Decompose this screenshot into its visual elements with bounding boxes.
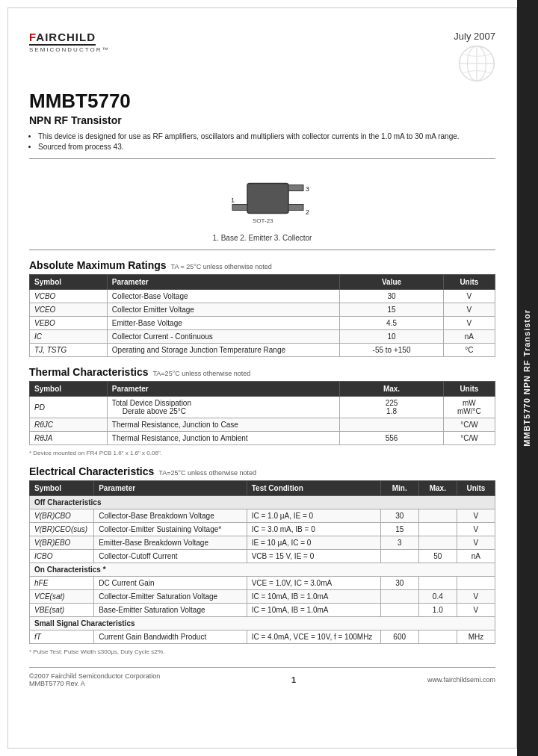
th-param-2: Parameter [107, 382, 340, 397]
cell-units: nA [457, 550, 495, 563]
svg-text:1: 1 [231, 196, 235, 204]
cell-param: Total Device DissipationDerate above 25°… [107, 397, 340, 418]
table-row: RθJC Thermal Resistance, Junction to Cas… [30, 418, 495, 432]
table-row: VBE(sat) Base-Emitter Saturation Voltage… [30, 604, 495, 617]
bullet-item-1: This device is designed for use as RF am… [38, 132, 495, 140]
ec-th-units: Units [457, 481, 495, 496]
table-row: IC Collector Current - Continuous 10 nA [30, 330, 495, 344]
cell-param: DC Current Gain [94, 577, 247, 590]
cell-units: V [443, 290, 495, 303]
cell-symbol: fT [30, 630, 94, 644]
cell-value: 30 [340, 290, 443, 303]
svg-rect-6 [288, 205, 303, 211]
cell-units: mWmW/°C [443, 397, 495, 418]
part-number: MMBT5770 [29, 90, 495, 113]
table-row: VCBO Collector-Base Voltage 30 V [30, 290, 495, 303]
cell-max: 0.4 [418, 590, 457, 604]
table-row: V(BR)CEO(sus) Collector-Emitter Sustaini… [30, 523, 495, 536]
cell-units: nA [443, 330, 495, 344]
th-symbol-1: Symbol [30, 275, 108, 290]
cell-param: Collector Current - Continuous [107, 330, 340, 344]
cell-symbol: VCBO [30, 290, 108, 303]
cell-cond: IC = 1.0 μA, IE = 0 [247, 509, 380, 523]
electrical-table: Symbol Parameter Test Condition Min. Max… [29, 480, 495, 644]
cell-cond: VCB = 15 V, IE = 0 [247, 550, 380, 563]
cell-symbol: RθJA [30, 432, 108, 445]
cell-symbol: ICBO [30, 550, 94, 563]
cell-symbol: VCEO [30, 303, 108, 317]
diagram-pin-labels: 1. Base 2. Emitter 3. Collector [213, 234, 312, 242]
globe-icon [458, 45, 495, 82]
page-wrapper: FAIRCHILD SEMICONDUCTOR™ July 2007 MMBT5… [0, 0, 538, 756]
svg-text:SOT-23: SOT-23 [253, 217, 273, 224]
ec-th-symbol: Symbol [30, 481, 94, 496]
th-units-1: Units [443, 275, 495, 290]
section-header-row: Small Signal Characteristics [30, 617, 495, 630]
section-label: Small Signal Characteristics [30, 617, 495, 630]
cell-units: V [457, 509, 495, 523]
cell-param: Collector-Emitter Sustaining Voltage* [94, 523, 247, 536]
logo-sub: SEMICONDUCTOR™ [29, 46, 109, 53]
ec-th-param: Parameter [94, 481, 247, 496]
abs-max-title: Absolute Maximum Ratings TA = 25°C unles… [29, 259, 495, 271]
cell-symbol: RθJC [30, 418, 108, 432]
svg-rect-4 [247, 184, 288, 214]
table-row: V(BR)CBO Collector-Base Breakdown Voltag… [30, 509, 495, 523]
cell-param: Collector-Cutoff Current [94, 550, 247, 563]
ec-th-max: Max. [418, 481, 457, 496]
cell-param: Emitter-Base Breakdown Voltage [94, 536, 247, 550]
cell-max [418, 630, 457, 644]
cell-value: 2251.8 [340, 397, 443, 418]
cell-symbol: VBE(sat) [30, 604, 94, 617]
cell-min [380, 590, 418, 604]
website: www.fairchildsemi.com [427, 676, 495, 684]
cell-max: 50 [418, 550, 457, 563]
part-rev: MMBT5770 Rev. A [29, 680, 85, 687]
cell-value: 4.5 [340, 317, 443, 330]
cell-min [380, 604, 418, 617]
cell-param: Thermal Resistance, Junction to Case [107, 418, 340, 432]
cell-max: 1.0 [418, 604, 457, 617]
svg-rect-5 [232, 205, 247, 211]
cell-param: Collector-Base Breakdown Voltage [94, 509, 247, 523]
table-row: VCEO Collector Emitter Voltage 15 V [30, 303, 495, 317]
cell-param: Current Gain Bandwidth Product [94, 630, 247, 644]
cell-symbol: V(BR)EBO [30, 536, 94, 550]
svg-text:3: 3 [306, 185, 309, 193]
cell-max [418, 523, 457, 536]
section-label: On Characteristics * [30, 563, 495, 577]
cell-min: 30 [380, 577, 418, 590]
side-tab: MMBT5770 NPN RF Transistor [517, 0, 538, 756]
th-param-1: Parameter [107, 275, 340, 290]
section-header-row: On Characteristics * [30, 563, 495, 577]
cell-units: V [457, 590, 495, 604]
cell-value [340, 418, 443, 432]
cell-param: Thermal Resistance, Junction to Ambient [107, 432, 340, 445]
cell-symbol: IC [30, 330, 108, 344]
cell-param: Collector-Base Voltage [107, 290, 340, 303]
cell-param: Collector-Emitter Saturation Voltage [94, 590, 247, 604]
svg-text:2: 2 [306, 208, 309, 216]
cell-cond: VCE = 1.0V, IC = 3.0mA [247, 577, 380, 590]
thermal-table: Symbol Parameter Max. Units PD Total Dev… [29, 381, 495, 445]
cell-max [418, 509, 457, 523]
cell-units: °C [443, 344, 495, 357]
cell-symbol: V(BR)CEO(sus) [30, 523, 94, 536]
cell-min [380, 550, 418, 563]
cell-cond: IC = 10mA, IB = 1.0mA [247, 604, 380, 617]
electrical-title: Electrical Characteristics TA=25°C unles… [29, 465, 495, 477]
ec-th-min: Min. [380, 481, 418, 496]
cell-units [457, 577, 495, 590]
table-row: V(BR)EBO Emitter-Base Breakdown Voltage … [30, 536, 495, 550]
table-row: ICBO Collector-Cutoff Current VCB = 15 V… [30, 550, 495, 563]
cell-max [418, 577, 457, 590]
cell-symbol: hFE [30, 577, 94, 590]
cell-units: MHz [457, 630, 495, 644]
cell-units: °C/W [443, 432, 495, 445]
table-row: VEBO Emitter-Base Voltage 4.5 V [30, 317, 495, 330]
cell-min: 3 [380, 536, 418, 550]
ec-th-cond: Test Condition [247, 481, 380, 496]
diagram-area: 1 2 3 SOT-23 1. Base 2. Emitter 3. Colle… [29, 167, 495, 242]
th-max-2: Max. [340, 382, 443, 397]
cell-units: V [443, 303, 495, 317]
